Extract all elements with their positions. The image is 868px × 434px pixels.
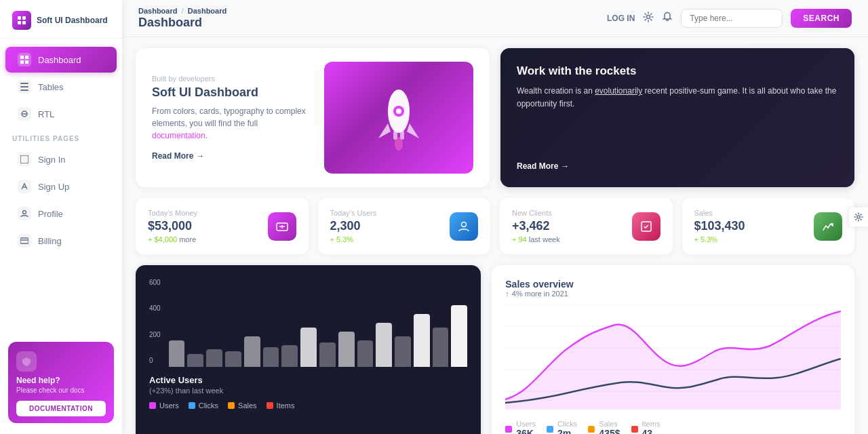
legend-color <box>189 402 195 409</box>
brand-icon <box>12 11 31 30</box>
legend-label: Users <box>159 401 179 410</box>
metric-change: + 94 last week <box>512 235 560 243</box>
metric-value: 2,300 <box>330 219 377 233</box>
money-icon <box>268 212 296 241</box>
stat-color <box>505 426 512 433</box>
breadcrumb: Dashboard / Dashboard <box>138 7 226 15</box>
stat-label: Users <box>516 420 536 428</box>
legend-stat-users: Users 36K <box>505 420 536 434</box>
bar <box>244 336 260 368</box>
arrow-icon: → <box>196 151 204 161</box>
metric-card-money: Today's Money $53,000 + $4,000 more <box>136 198 309 254</box>
chart-subtitle: (+23%) than last week <box>149 387 467 395</box>
legend-stat-clicks: Clicks 2m <box>547 420 577 434</box>
hero-description: From colors, cards, typography to comple… <box>152 105 315 142</box>
stat-label: Sales <box>599 420 620 428</box>
legend-item-users: Users <box>149 401 179 410</box>
sidebar-item-rtl[interactable]: RTL <box>5 101 117 127</box>
search-input[interactable] <box>681 9 783 28</box>
metric-change: + $4,000 more <box>148 235 197 243</box>
promo-content: Work with the rockets Wealth creation is… <box>517 64 838 111</box>
legend-stat-items: Items 43 <box>631 420 660 434</box>
hero-read-more[interactable]: Read More → <box>152 151 315 161</box>
bar <box>263 347 279 367</box>
hero-title: Soft UI Dashboard <box>152 85 315 100</box>
settings-icon[interactable] <box>643 12 654 25</box>
svg-rect-10 <box>20 90 28 91</box>
metric-label: New Clients <box>512 209 560 217</box>
promo-title: Work with the rockets <box>517 64 838 78</box>
notification-icon[interactable] <box>662 12 673 25</box>
sidebar-item-sign-in[interactable]: Sign In <box>5 146 117 172</box>
svg-rect-5 <box>25 56 28 59</box>
stat-text: Sales 435$ <box>599 420 620 434</box>
content-area: Built by developers Soft UI Dashboard Fr… <box>122 37 868 434</box>
metric-card-users: Today's Users 2,300 + 5.3% <box>318 198 491 254</box>
sidebar-item-billing[interactable]: Billing <box>5 228 117 254</box>
help-subtitle: Please check our docs <box>16 387 106 394</box>
metric-value: $103,430 <box>694 219 745 233</box>
login-link[interactable]: LOG IN <box>607 14 635 23</box>
bar <box>319 342 336 367</box>
sidebar: Soft UI Dashboard Dashboard Tables RTL U… <box>0 0 122 434</box>
stat-color <box>631 426 638 433</box>
stat-color <box>547 426 553 433</box>
line-chart-header: Sales overview ↑ 4% more in 2021 <box>505 279 841 298</box>
sidebar-item-label: Dashboard <box>38 55 81 65</box>
settings-fab[interactable] <box>849 208 868 226</box>
up-arrow-icon: ↑ <box>505 290 509 298</box>
bar-chart-card: 600 400 200 0 <box>136 265 481 434</box>
svg-point-15 <box>23 211 26 214</box>
sidebar-item-profile[interactable]: Profile <box>5 201 117 226</box>
chart-title: Active Users <box>149 375 467 385</box>
search-button[interactable]: SEARCH <box>791 9 852 28</box>
stat-value: 435$ <box>599 428 620 434</box>
stat-text: Items 43 <box>642 420 660 434</box>
bar <box>300 328 317 368</box>
stat-label: Items <box>642 420 660 428</box>
svg-point-26 <box>462 222 467 226</box>
svg-point-18 <box>647 16 650 19</box>
bar <box>433 328 449 368</box>
bar <box>357 340 374 367</box>
bar <box>451 305 467 367</box>
hero-card: Built by developers Soft UI Dashboard Fr… <box>136 48 490 187</box>
bar <box>376 323 392 367</box>
svg-rect-7 <box>25 60 28 64</box>
sidebar-item-label: Tables <box>38 82 64 92</box>
stat-color <box>588 426 595 433</box>
documentation-button[interactable]: DOCUMENTATION <box>16 401 106 416</box>
tables-icon <box>18 80 31 94</box>
sidebar-item-dashboard[interactable]: Dashboard <box>5 47 117 73</box>
promo-arrow-icon: → <box>561 161 569 171</box>
sidebar-item-sign-up[interactable]: Sign Up <box>5 174 117 199</box>
documentation-link[interactable]: documentation <box>152 131 205 140</box>
stat-label: Clicks <box>557 420 577 428</box>
svg-rect-13 <box>20 155 28 163</box>
bar <box>169 340 185 367</box>
promo-read-more[interactable]: Read More → <box>517 161 838 171</box>
help-icon <box>16 351 37 372</box>
legend-label: Sales <box>238 401 257 410</box>
sidebar-help: Need help? Please check our docs DOCUMEN… <box>8 342 114 423</box>
users-icon <box>450 212 478 241</box>
metric-value: +3,462 <box>512 219 560 233</box>
breadcrumb-current: Dashboard <box>188 7 226 15</box>
metric-change: + 5.3% <box>694 235 745 243</box>
sign-up-icon <box>18 180 31 193</box>
svg-point-21 <box>396 108 401 114</box>
bar <box>338 332 355 367</box>
stat-text: Clicks 2m <box>557 420 577 434</box>
sign-in-icon <box>18 153 31 166</box>
metric-info: Today's Money $53,000 + $4,000 more <box>148 209 197 243</box>
billing-icon <box>18 234 31 248</box>
sidebar-item-label: Billing <box>38 236 62 246</box>
sidebar-item-tables[interactable]: Tables <box>5 74 117 100</box>
metric-label: Today's Users <box>330 209 377 217</box>
topbar-right: LOG IN SEARCH <box>607 9 852 28</box>
svg-rect-1 <box>22 16 26 20</box>
legend-color <box>228 402 235 409</box>
topbar: Dashboard / Dashboard Dashboard LOG IN S… <box>122 0 868 37</box>
chart-legend: Users Clicks Sales Items <box>149 401 467 410</box>
stat-text: Users 36K <box>516 420 536 434</box>
